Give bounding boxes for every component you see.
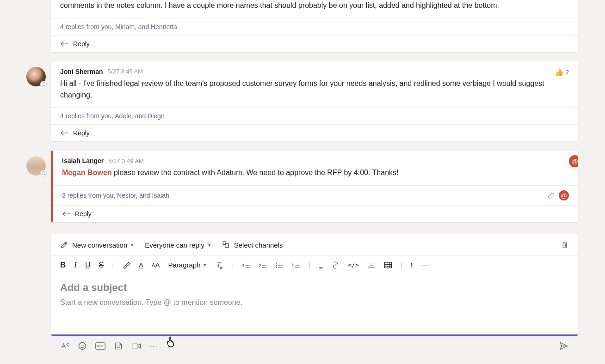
replies-link[interactable]: 4 replies from you, Adele, and Diego — [51, 107, 578, 124]
cursor-icon — [166, 336, 177, 348]
message-row: comments in the notes column. I have a c… — [21, 0, 578, 52]
new-conversation-dropdown[interactable]: New conversation ▾ — [60, 241, 134, 249]
message-card: @ Isaiah Langer 5/27 3:49 AM Megan Bowen… — [51, 151, 578, 222]
reply-permission-dropdown[interactable]: Everyone can reply ▾ — [145, 241, 210, 249]
message-row: @ Isaiah Langer 5/27 3:49 AM Megan Bowen… — [21, 151, 578, 222]
chevron-down-icon: ▾ — [208, 242, 211, 248]
italic-button[interactable]: I — [74, 261, 77, 270]
message-input[interactable]: Start a new conversation. Type @ to ment… — [60, 298, 569, 307]
reaction-count[interactable]: 👍 2 — [555, 68, 569, 77]
font-size-button[interactable]: AA — [152, 261, 160, 269]
svg-point-10 — [81, 345, 82, 346]
svg-point-15 — [119, 346, 120, 346]
message-timestamp: 5/27 3:49 AM — [108, 158, 144, 164]
separator: | — [401, 261, 402, 269]
bold-button[interactable]: B — [60, 261, 66, 270]
svg-rect-16 — [132, 344, 138, 348]
svg-text:GIF: GIF — [97, 345, 103, 348]
avatar[interactable] — [26, 156, 46, 176]
svg-point-3 — [276, 265, 277, 266]
link-button[interactable] — [331, 261, 340, 269]
new-conversation-label: New conversation — [72, 241, 127, 249]
message-author[interactable]: Joni Sherman — [60, 68, 103, 75]
reply-label: Reply — [73, 129, 90, 137]
compose-icon — [60, 241, 68, 249]
table-button[interactable] — [384, 261, 392, 269]
avatar[interactable] — [26, 67, 46, 86]
replies-text: 4 replies from you, Adele, and Diego — [60, 112, 165, 120]
separator: | — [309, 261, 310, 269]
svg-point-9 — [79, 343, 86, 350]
format-toggle-button[interactable] — [60, 341, 69, 351]
compose-box: New conversation ▾ Everyone can reply ▾ … — [51, 234, 578, 336]
send-button[interactable] — [559, 341, 569, 351]
indent-button[interactable] — [259, 261, 267, 269]
reply-arrow-icon — [60, 130, 68, 136]
reply-button[interactable]: Reply — [51, 124, 578, 141]
message-row: Joni Sherman 5/27 3:49 AM 👍 2 Hi all - I… — [21, 61, 578, 142]
meet-now-button[interactable] — [131, 342, 142, 350]
format-toolbar: B I U S | A AA Paragraph ▾ | 123 | „ </>… — [51, 256, 578, 274]
replies-text: 4 replies from you, Miriam, and Henriett… — [60, 23, 177, 30]
message-body-text: please review the contract with Adatum. … — [112, 169, 399, 176]
svg-point-4 — [276, 267, 277, 267]
replies-link[interactable]: 4 replies from you, Miriam, and Henriett… — [51, 18, 578, 35]
more-format-button[interactable]: ··· — [421, 261, 430, 269]
user-mention[interactable]: Megan Bowen — [62, 169, 112, 176]
reply-label: Reply — [73, 40, 90, 48]
strikethrough-button[interactable]: S — [99, 261, 104, 269]
highlight-button[interactable] — [122, 261, 130, 269]
replies-text: 3 replies from you, Nestor, and Isaiah — [62, 192, 169, 199]
reply-label: Reply — [75, 210, 92, 218]
svg-text:3: 3 — [292, 266, 294, 268]
emoji-button[interactable] — [78, 341, 87, 351]
gif-button[interactable]: GIF — [95, 342, 105, 350]
attachment-icon — [548, 192, 555, 199]
channels-icon — [222, 241, 230, 249]
font-color-button[interactable]: A — [139, 261, 143, 269]
message-body: Hi all - I've finished legal review of t… — [60, 78, 569, 101]
separator: | — [112, 261, 114, 269]
outdent-button[interactable] — [242, 261, 250, 269]
important-button[interactable]: ! — [411, 261, 413, 269]
paragraph-label: Paragraph — [168, 261, 200, 269]
replies-link[interactable]: 3 replies from you, Nestor, and Isaiah @ — [51, 185, 578, 205]
code-button[interactable]: </> — [348, 261, 358, 268]
reply-permission-label: Everyone can reply — [145, 241, 204, 249]
bullet-list-button[interactable] — [275, 261, 284, 269]
presence-offline-icon — [40, 170, 47, 176]
message-card: Joni Sherman 5/27 3:49 AM 👍 2 Hi all - I… — [51, 61, 578, 142]
subject-input[interactable]: Add a subject — [60, 282, 569, 294]
delete-icon[interactable] — [561, 241, 569, 249]
svg-rect-8 — [384, 262, 391, 268]
message-timestamp: 5/27 3:49 AM — [108, 68, 143, 75]
sticker-button[interactable] — [114, 341, 123, 351]
select-channels-label: Select channels — [234, 241, 283, 249]
chevron-down-icon: ▾ — [204, 262, 206, 268]
reaction-number: 2 — [566, 69, 569, 76]
mention-badge-icon: @ — [559, 190, 569, 200]
message-body: comments in the notes column. I have a c… — [60, 0, 569, 12]
more-actions-button[interactable]: ··· — [150, 342, 158, 350]
align-button[interactable] — [367, 261, 376, 269]
reply-button[interactable]: Reply — [53, 205, 578, 222]
quote-button[interactable]: „ — [319, 260, 323, 270]
thumbs-up-icon: 👍 — [555, 68, 564, 77]
presence-offline-icon — [40, 81, 47, 87]
clear-formatting-button[interactable] — [215, 261, 224, 269]
select-channels-button[interactable]: Select channels — [222, 241, 283, 249]
chevron-down-icon: ▾ — [131, 242, 134, 248]
numbered-list-button[interactable]: 123 — [292, 261, 300, 269]
message-card: comments in the notes column. I have a c… — [51, 0, 578, 52]
svg-point-2 — [276, 262, 277, 263]
separator: | — [232, 261, 234, 269]
underline-button[interactable]: U — [85, 261, 91, 269]
paragraph-dropdown[interactable]: Paragraph ▾ — [168, 261, 206, 269]
message-author[interactable]: Isaiah Langer — [62, 157, 104, 164]
svg-point-11 — [83, 345, 84, 346]
reply-button[interactable]: Reply — [51, 35, 578, 52]
reply-arrow-icon — [60, 41, 68, 47]
svg-point-14 — [117, 346, 118, 346]
message-body: Megan Bowen please review the contract w… — [62, 167, 569, 179]
reply-arrow-icon — [62, 211, 70, 217]
